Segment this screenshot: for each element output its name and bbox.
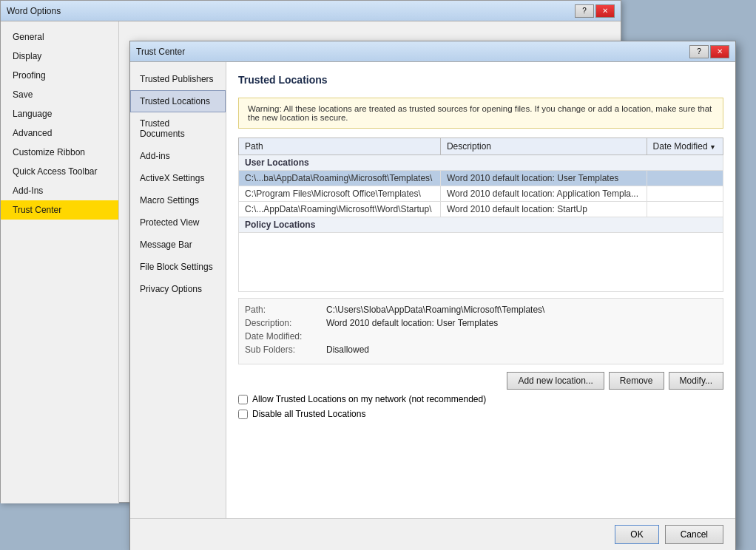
sidebar-item-quick-access[interactable]: Quick Access Toolbar xyxy=(1,162,118,181)
remove-button[interactable]: Remove xyxy=(609,372,664,390)
detail-desc-row: Description: Word 2010 default location:… xyxy=(245,318,717,328)
modify-button[interactable]: Modify... xyxy=(669,372,723,390)
tc-nav-macro[interactable]: Macro Settings xyxy=(130,189,226,211)
subfolders-label: Sub Folders: xyxy=(245,344,326,355)
trust-center-body: Trusted Publishers Trusted Locations Tru… xyxy=(130,62,735,518)
desc-value: Word 2010 default location: User Templat… xyxy=(326,318,717,328)
add-new-location-button[interactable]: Add new location... xyxy=(507,372,604,390)
ok-button[interactable]: OK xyxy=(615,525,658,544)
word-options-controls: ? ✕ xyxy=(575,4,615,18)
detail-path-row: Path: C:\Users\Sloba\AppData\Roaming\Mic… xyxy=(245,305,717,315)
trust-center-titlebar: Trust Center ? ✕ xyxy=(130,41,735,62)
detail-section: Path: C:\Users\Sloba\AppData\Roaming\Mic… xyxy=(238,298,723,364)
word-options-titlebar: Word Options ? ✕ xyxy=(1,1,621,21)
row-desc: Word 2010 default location: Application … xyxy=(440,186,647,202)
sidebar-item-display[interactable]: Display xyxy=(1,47,118,66)
col-path: Path xyxy=(239,138,441,155)
trust-center-footer: OK Cancel xyxy=(130,518,735,550)
row-path: C:\...AppData\Roaming\Microsoft\Word\Sta… xyxy=(239,202,441,217)
tc-nav-trusted-documents[interactable]: Trusted Documents xyxy=(130,112,226,145)
cancel-button[interactable]: Cancel xyxy=(665,525,723,544)
row-desc: Word 2010 default location: User Templat… xyxy=(440,171,647,186)
trust-center-title: Trust Center xyxy=(136,47,689,57)
tc-close-button[interactable]: ✕ xyxy=(710,45,729,58)
group-label-policy: Policy Locations xyxy=(239,217,723,233)
table-row[interactable]: C:\Program Files\Microsoft Office\Templa… xyxy=(239,186,723,202)
sidebar-item-save[interactable]: Save xyxy=(1,85,118,104)
row-date xyxy=(647,186,723,202)
trust-center-nav: Trusted Publishers Trusted Locations Tru… xyxy=(130,62,226,518)
path-value: C:\Users\Sloba\AppData\Roaming\Microsoft… xyxy=(326,305,717,315)
trust-center-main: Trusted Locations Warning: All these loc… xyxy=(226,62,735,518)
row-date xyxy=(647,171,723,186)
row-desc: Word 2010 default location: StartUp xyxy=(440,202,647,217)
disable-all-label: Disable all Trusted Locations xyxy=(252,409,365,419)
trust-center-dialog: Trust Center ? ✕ Trusted Publishers Trus… xyxy=(129,41,736,550)
tc-nav-trusted-publishers[interactable]: Trusted Publishers xyxy=(130,68,226,90)
close-button-word[interactable]: ✕ xyxy=(595,4,615,18)
group-policy-locations: Policy Locations xyxy=(239,217,723,233)
tc-nav-message-bar[interactable]: Message Bar xyxy=(130,234,226,256)
allow-trusted-checkbox[interactable] xyxy=(238,395,248,404)
help-button[interactable]: ? xyxy=(575,4,594,18)
disable-all-checkbox[interactable] xyxy=(238,410,248,419)
section-title: Trusted Locations xyxy=(238,74,723,89)
sidebar-item-general[interactable]: General xyxy=(1,27,118,47)
group-user-locations: User Locations xyxy=(239,155,723,171)
sidebar-item-proofing[interactable]: Proofing xyxy=(1,66,118,85)
disable-all-row: Disable all Trusted Locations xyxy=(238,409,723,419)
subfolders-value: Disallowed xyxy=(326,344,717,355)
tc-nav-trusted-locations[interactable]: Trusted Locations xyxy=(130,90,226,112)
table-row[interactable]: C:\...ba\AppData\Roaming\Microsoft\Templ… xyxy=(239,171,723,186)
action-buttons: Add new location... Remove Modify... xyxy=(238,372,723,390)
sidebar-item-advanced[interactable]: Advanced xyxy=(1,123,118,143)
table-row[interactable]: C:\...AppData\Roaming\Microsoft\Word\Sta… xyxy=(239,202,723,217)
path-label: Path: xyxy=(245,305,326,315)
table-row-empty xyxy=(239,233,723,292)
group-label-user: User Locations xyxy=(239,155,723,171)
row-date xyxy=(647,202,723,217)
tc-nav-activex[interactable]: ActiveX Settings xyxy=(130,167,226,189)
col-description: Description xyxy=(440,138,647,155)
row-path: C:\Program Files\Microsoft Office\Templa… xyxy=(239,186,441,202)
tc-nav-file-block[interactable]: File Block Settings xyxy=(130,256,226,278)
col-date-modified[interactable]: Date Modified xyxy=(647,138,723,155)
trust-center-controls: ? ✕ xyxy=(689,45,729,58)
detail-subfolders-row: Sub Folders: Disallowed xyxy=(245,344,717,355)
tc-nav-addins[interactable]: Add-ins xyxy=(130,145,226,167)
allow-trusted-label: Allow Trusted Locations on my network (n… xyxy=(252,394,486,404)
sidebar-item-customize-ribbon[interactable]: Customize Ribbon xyxy=(1,143,118,162)
warning-text: Warning: All these locations are treated… xyxy=(238,98,723,129)
sidebar-item-language[interactable]: Language xyxy=(1,104,118,123)
word-options-sidebar: General Display Proofing Save Language A… xyxy=(1,21,119,503)
date-value xyxy=(326,331,717,342)
sidebar-item-trust-center[interactable]: Trust Center xyxy=(1,200,118,220)
desc-label: Description: xyxy=(245,318,326,328)
tc-help-button[interactable]: ? xyxy=(689,45,709,58)
row-path: C:\...ba\AppData\Roaming\Microsoft\Templ… xyxy=(239,171,441,186)
date-label: Date Modified: xyxy=(245,331,326,342)
locations-table: Path Description Date Modified User Loca… xyxy=(238,138,723,292)
tc-nav-privacy[interactable]: Privacy Options xyxy=(130,278,226,300)
sidebar-item-addins[interactable]: Add-Ins xyxy=(1,181,118,200)
detail-date-row: Date Modified: xyxy=(245,331,717,342)
allow-trusted-row: Allow Trusted Locations on my network (n… xyxy=(238,394,723,404)
word-options-title: Word Options xyxy=(7,6,575,16)
tc-nav-protected[interactable]: Protected View xyxy=(130,211,226,234)
